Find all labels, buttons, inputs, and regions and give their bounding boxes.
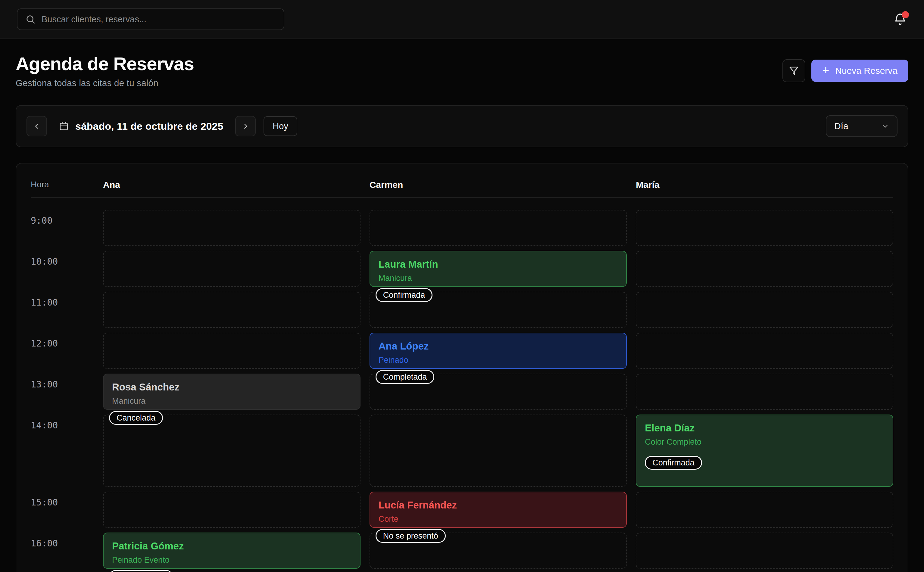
- schedule-row: 11:00: [31, 292, 893, 328]
- search-input[interactable]: [41, 14, 276, 25]
- slot-María-13:00[interactable]: [636, 374, 893, 410]
- filter-button[interactable]: [782, 59, 805, 82]
- time-label: 14:00: [31, 415, 94, 487]
- event-card[interactable]: Patricia GómezPeinado Evento: [103, 533, 361, 569]
- column-header-staff: Ana: [103, 180, 361, 190]
- event-client-name: Lucía Fernández: [379, 499, 618, 511]
- schedule-row: 15:00Lucía FernándezCorteNo se presentó: [31, 492, 893, 528]
- column-header-staff: Carmen: [370, 180, 627, 190]
- slot-Carmen-14:00[interactable]: [370, 415, 627, 487]
- slot-María-16:00[interactable]: [636, 533, 893, 569]
- event-client-name: Ana López: [379, 340, 618, 352]
- next-day-button[interactable]: [235, 116, 256, 136]
- event-service: Peinado: [379, 356, 618, 365]
- slot-María-10:00[interactable]: [636, 251, 893, 287]
- slot-Carmen-10:00[interactable]: Laura MartínManicuraConfirmada: [370, 251, 627, 287]
- page-title: Agenda de Reservas: [16, 53, 194, 75]
- page-title-block: Agenda de Reservas Gestiona todas las ci…: [16, 53, 194, 88]
- time-label: 12:00: [31, 333, 94, 369]
- schedule-body: 9:0010:00Laura MartínManicuraConfirmada1…: [31, 210, 893, 569]
- current-date-label: sábado, 11 de octubre de 2025: [75, 120, 223, 132]
- chevron-right-icon: [242, 123, 249, 130]
- view-mode-select[interactable]: Día: [826, 115, 898, 137]
- current-date-group: sábado, 11 de octubre de 2025: [59, 120, 223, 132]
- event-client-name: Patricia Gómez: [112, 540, 352, 552]
- search-box[interactable]: [17, 8, 284, 30]
- new-booking-button[interactable]: + Nueva Reserva: [811, 60, 908, 82]
- today-button[interactable]: Hoy: [263, 116, 297, 136]
- slot-Carmen-12:00[interactable]: Ana LópezPeinadoCompletada: [370, 333, 627, 369]
- event-client-name: Rosa Sánchez: [112, 381, 352, 393]
- calendar-icon: [59, 121, 68, 131]
- app-root: Agenda de Reservas Gestiona todas las ci…: [0, 0, 924, 572]
- schedule-row: 10:00Laura MartínManicuraConfirmada: [31, 251, 893, 287]
- slot-Ana-12:00[interactable]: [103, 333, 361, 369]
- schedule-row: 16:00Patricia GómezPeinado Evento: [31, 533, 893, 569]
- slot-María-12:00[interactable]: [636, 333, 893, 369]
- schedule-row: 14:00Elena DíazColor CompletoConfirmada: [31, 415, 893, 487]
- time-label: 9:00: [31, 210, 94, 246]
- status-badge: [109, 570, 173, 572]
- slot-Ana-10:00[interactable]: [103, 251, 361, 287]
- event-card[interactable]: Laura MartínManicuraConfirmada: [370, 251, 627, 287]
- time-label: 16:00: [31, 533, 94, 569]
- new-booking-label: Nueva Reserva: [835, 65, 898, 76]
- schedule-row: 12:00Ana LópezPeinadoCompletada: [31, 333, 893, 369]
- date-navigation-bar: sábado, 11 de octubre de 2025 Hoy Día: [16, 105, 908, 147]
- time-label: 15:00: [31, 492, 94, 528]
- schedule-header: HoraAnaCarmenMaría: [31, 175, 893, 198]
- chevron-left-icon: [33, 123, 40, 130]
- slot-María-11:00[interactable]: [636, 292, 893, 328]
- view-mode-value: Día: [834, 121, 848, 131]
- slot-María-14:00[interactable]: Elena DíazColor CompletoConfirmada: [636, 415, 893, 487]
- search-icon: [25, 14, 36, 24]
- status-badge: Confirmada: [376, 288, 433, 302]
- slot-Ana-9:00[interactable]: [103, 210, 361, 246]
- column-header-time: Hora: [31, 180, 94, 190]
- status-badge: Cancelada: [109, 411, 163, 425]
- plus-icon: +: [822, 64, 829, 76]
- schedule-panel: HoraAnaCarmenMaría 9:0010:00Laura Martín…: [16, 163, 908, 572]
- slot-Ana-14:00[interactable]: [103, 415, 361, 487]
- schedule-row: 13:00Rosa SánchezManicuraCancelada: [31, 374, 893, 410]
- event-service: Manicura: [379, 274, 618, 283]
- notifications-button[interactable]: [893, 12, 907, 26]
- event-card[interactable]: Ana LópezPeinadoCompletada: [370, 333, 627, 369]
- time-label: 10:00: [31, 251, 94, 287]
- event-service: Color Completo: [645, 437, 884, 447]
- page-header: Agenda de Reservas Gestiona todas las ci…: [16, 53, 908, 88]
- slot-María-9:00[interactable]: [636, 210, 893, 246]
- chevron-down-icon: [881, 122, 889, 130]
- event-card[interactable]: Rosa SánchezManicuraCancelada: [103, 374, 361, 410]
- slot-Ana-16:00[interactable]: Patricia GómezPeinado Evento: [103, 533, 361, 569]
- time-label: 13:00: [31, 374, 94, 410]
- header-actions: + Nueva Reserva: [782, 59, 908, 82]
- slot-Ana-13:00[interactable]: Rosa SánchezManicuraCancelada: [103, 374, 361, 410]
- event-service: Manicura: [112, 396, 352, 406]
- main-content: Agenda de Reservas Gestiona todas las ci…: [0, 53, 924, 572]
- slot-María-15:00[interactable]: [636, 492, 893, 528]
- previous-day-button[interactable]: [26, 116, 47, 136]
- slot-Carmen-15:00[interactable]: Lucía FernándezCorteNo se presentó: [370, 492, 627, 528]
- event-client-name: Elena Díaz: [645, 422, 884, 434]
- event-client-name: Laura Martín: [379, 259, 618, 270]
- status-badge: Confirmada: [645, 456, 702, 469]
- topbar: [0, 0, 924, 39]
- filter-icon: [789, 66, 799, 76]
- slot-Ana-15:00[interactable]: [103, 492, 361, 528]
- event-service: Peinado Evento: [112, 555, 352, 565]
- page-subtitle: Gestiona todas las citas de tu salón: [16, 78, 194, 88]
- slot-Ana-11:00[interactable]: [103, 292, 361, 328]
- slot-Carmen-9:00[interactable]: [370, 210, 627, 246]
- event-service: Corte: [379, 514, 618, 524]
- status-badge: No se presentó: [376, 529, 446, 543]
- event-card[interactable]: Lucía FernándezCorteNo se presentó: [370, 492, 627, 528]
- column-header-staff: María: [636, 180, 893, 190]
- event-card[interactable]: Elena DíazColor CompletoConfirmada: [636, 415, 893, 487]
- time-label: 11:00: [31, 292, 94, 328]
- notification-dot: [902, 11, 909, 19]
- status-badge: Completada: [376, 370, 435, 384]
- schedule-row: 9:00: [31, 210, 893, 246]
